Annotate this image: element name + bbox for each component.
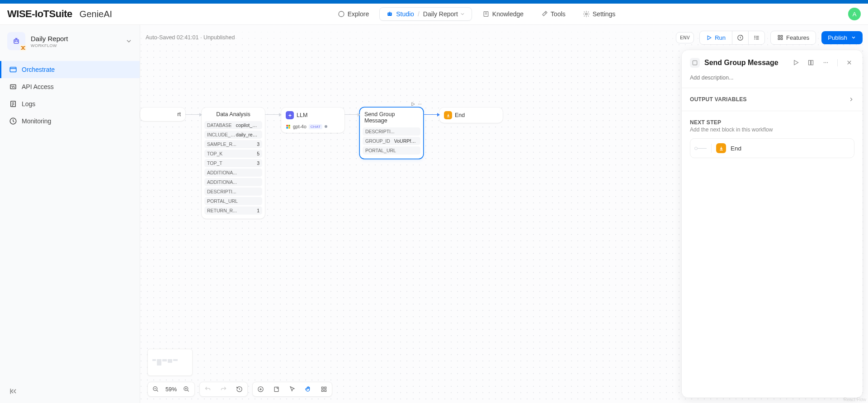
connector-icon bbox=[696, 148, 707, 149]
node-details-panel: Send Group Message OUTPUT VARIABLES NEXT… bbox=[682, 50, 863, 398]
schedule-button[interactable] bbox=[732, 31, 749, 44]
features-button[interactable]: Features bbox=[770, 31, 816, 45]
zoom-level[interactable]: 59% bbox=[164, 386, 179, 393]
workflow-canvas[interactable]: Auto-Saved 02:41:01 · Unpublished ENV Ru… bbox=[140, 25, 868, 403]
svg-point-24 bbox=[420, 104, 420, 104]
description-input[interactable] bbox=[690, 75, 854, 81]
node-send-group-message[interactable]: Send Group Message DESCRIPTI...GROUP_IDV… bbox=[360, 108, 423, 159]
more-icon[interactable] bbox=[417, 102, 422, 107]
chevron-down-icon bbox=[125, 37, 132, 45]
svg-point-23 bbox=[418, 104, 419, 104]
sidebar: Daily Report WORKFLOW Orchestrate API Ac… bbox=[0, 25, 140, 403]
app-icon bbox=[7, 32, 25, 50]
redo-button[interactable] bbox=[216, 382, 231, 396]
nav-tools[interactable]: Tools bbox=[534, 7, 572, 21]
nav-knowledge[interactable]: Knowledge bbox=[476, 7, 530, 21]
panel-title[interactable]: Send Group Message bbox=[704, 59, 786, 67]
sidebar-monitoring-label: Monitoring bbox=[22, 117, 51, 125]
output-variables-section[interactable]: OUTPUT VARIABLES bbox=[690, 96, 854, 103]
node-end-title: End bbox=[455, 112, 465, 118]
svg-rect-16 bbox=[778, 38, 780, 40]
user-avatar[interactable]: A bbox=[848, 8, 861, 20]
node-param-row: PORTAL_URL bbox=[204, 197, 262, 205]
panel-run-button[interactable] bbox=[791, 57, 801, 68]
monitoring-icon bbox=[9, 117, 17, 125]
node-llm[interactable]: LLM gpt-4o CHAT bbox=[281, 108, 344, 133]
collapse-sidebar-button[interactable] bbox=[9, 387, 18, 396]
sidebar-logs[interactable]: Logs bbox=[0, 95, 140, 112]
autosave-status: Auto-Saved 02:41:01 · Unpublished bbox=[146, 34, 235, 41]
svg-point-18 bbox=[289, 114, 291, 116]
breadcrumb-current[interactable]: Daily Report bbox=[423, 10, 465, 18]
add-note-button[interactable] bbox=[269, 382, 284, 396]
node-param-row: DATABASEcopilot_dev bbox=[204, 121, 262, 129]
robot-icon bbox=[386, 10, 393, 18]
node-end[interactable]: End bbox=[439, 108, 503, 123]
orchestrate-icon bbox=[9, 66, 17, 74]
svg-rect-19 bbox=[286, 125, 288, 127]
svg-rect-32 bbox=[322, 390, 324, 392]
undo-button[interactable] bbox=[200, 382, 216, 396]
svg-rect-30 bbox=[322, 387, 324, 389]
header: WISE-IoTSuite GenieAI Explore Studio / D… bbox=[0, 4, 868, 25]
sidebar-api[interactable]: API Access bbox=[0, 78, 140, 95]
node-data-analysis[interactable]: Data Analysis DATABASEcopilot_devINCLUDE… bbox=[202, 108, 265, 219]
nav-studio-breadcrumb[interactable]: Studio / Daily Report bbox=[379, 7, 472, 21]
node-param-row: DESCRIPTI... bbox=[363, 127, 420, 136]
nav-explore-label: Explore bbox=[348, 10, 369, 18]
minimap[interactable] bbox=[147, 349, 193, 376]
publish-label: Publish bbox=[828, 34, 847, 41]
gear-icon bbox=[583, 10, 590, 18]
publish-button[interactable]: Publish bbox=[821, 31, 863, 44]
svg-point-25 bbox=[421, 104, 421, 104]
chevron-down-icon bbox=[460, 11, 465, 17]
connector bbox=[185, 114, 202, 115]
pointer-mode-button[interactable] bbox=[284, 382, 300, 396]
panel-close-button[interactable] bbox=[844, 57, 854, 68]
svg-point-3 bbox=[390, 14, 391, 14]
node-start-title: rt bbox=[177, 111, 181, 117]
nav-settings[interactable]: Settings bbox=[576, 7, 623, 21]
organize-button[interactable] bbox=[316, 382, 332, 396]
next-block-end[interactable]: End bbox=[690, 138, 854, 158]
node-hover-controls bbox=[410, 102, 422, 107]
end-node-icon bbox=[444, 111, 452, 119]
sidebar-monitoring[interactable]: Monitoring bbox=[0, 112, 140, 130]
connector bbox=[265, 114, 281, 115]
svg-point-36 bbox=[826, 62, 826, 63]
node-start[interactable]: rt bbox=[140, 108, 185, 121]
sidebar-orchestrate[interactable]: Orchestrate bbox=[0, 61, 140, 78]
play-icon[interactable] bbox=[410, 102, 415, 107]
panel-docs-button[interactable] bbox=[806, 57, 816, 68]
nav-tools-label: Tools bbox=[551, 10, 566, 18]
svg-point-0 bbox=[339, 11, 344, 17]
brand-logo: WISE-IoTSuite bbox=[7, 8, 72, 20]
add-node-button[interactable] bbox=[253, 382, 269, 396]
svg-point-5 bbox=[585, 13, 587, 15]
compass-icon bbox=[338, 10, 345, 18]
node-data-title: Data Analysis bbox=[216, 111, 250, 117]
sidebar-orchestrate-label: Orchestrate bbox=[22, 66, 55, 73]
connector bbox=[344, 114, 360, 115]
features-label: Features bbox=[786, 34, 809, 41]
checklist-button[interactable] bbox=[749, 31, 764, 44]
zoom-in-button[interactable] bbox=[179, 382, 194, 396]
product-name: GenieAI bbox=[80, 9, 112, 19]
nav-explore[interactable]: Explore bbox=[331, 7, 376, 21]
sidebar-logs-label: Logs bbox=[22, 100, 35, 108]
panel-more-button[interactable] bbox=[821, 57, 831, 68]
app-selector[interactable]: Daily Report WORKFLOW bbox=[0, 25, 140, 57]
end-icon bbox=[716, 143, 726, 153]
panel-node-icon bbox=[690, 58, 700, 68]
history-button[interactable] bbox=[231, 382, 247, 396]
zoom-out-button[interactable] bbox=[148, 382, 164, 396]
svg-point-35 bbox=[824, 62, 825, 63]
app-name: Daily Report bbox=[31, 35, 68, 42]
env-button[interactable]: ENV bbox=[676, 32, 694, 43]
output-vars-title: OUTPUT VARIABLES bbox=[690, 96, 747, 103]
play-icon bbox=[706, 35, 712, 41]
hand-mode-button[interactable] bbox=[300, 382, 316, 396]
run-button[interactable]: Run bbox=[700, 31, 732, 44]
node-sgm-title: Send Group Message bbox=[364, 111, 419, 124]
chat-badge: CHAT bbox=[309, 124, 322, 129]
